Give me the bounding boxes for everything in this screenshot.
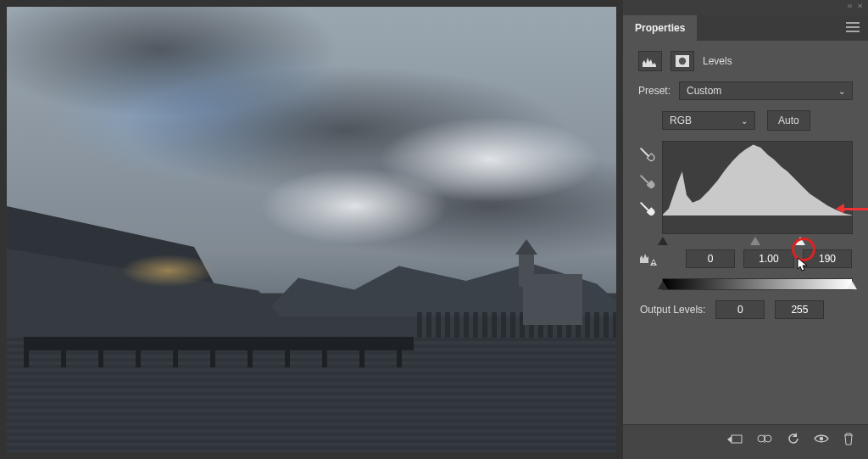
document-image [7,7,616,452]
eyedropper-tools [638,141,654,234]
properties-panel: Levels Preset: Custom ⌄ RGB ⌄ Auto [623,41,868,424]
clip-warning-icon[interactable] [638,251,657,266]
image-canvas [0,0,623,459]
input-levels-row [638,249,853,268]
output-label: Output Levels: [640,304,705,316]
resize-grip[interactable]: ······· [623,455,868,459]
highlight-slider[interactable] [795,237,805,245]
channel-row: RGB ⌄ Auto [662,110,853,131]
preset-dropdown[interactable]: Custom ⌄ [679,81,853,100]
properties-panel-container: « × Properties Levels Preset: Custom ⌄ [623,0,868,459]
eyedropper-gray[interactable] [635,170,656,191]
levels-histogram[interactable] [662,141,853,234]
auto-button[interactable]: Auto [767,110,810,131]
preset-value: Custom [687,85,721,97]
eyedropper-white[interactable] [635,197,656,218]
chevron-down-icon: ⌄ [838,87,845,96]
mask-icon[interactable] [670,51,694,71]
channel-value: RGB [670,115,692,126]
shadow-input[interactable] [686,249,735,268]
highlight-input[interactable] [803,249,852,268]
chevron-down-icon: ⌄ [741,116,748,126]
trash-icon[interactable] [843,433,854,448]
midtone-slider[interactable] [750,237,760,245]
svg-rect-3 [653,264,654,265]
panel-menu-icon[interactable] [846,22,860,35]
shadow-slider[interactable] [658,237,668,245]
svg-point-1 [679,58,686,64]
channel-dropdown[interactable]: RGB ⌄ [662,111,755,130]
svg-point-5 [758,435,765,442]
panel-tabbar: Properties [623,15,868,41]
histogram-area [638,141,853,234]
tab-label: Properties [635,22,685,34]
output-high-input[interactable] [775,300,824,319]
reset-icon[interactable] [787,433,800,447]
output-levels-row: Output Levels: [640,300,853,319]
eyedropper-black[interactable] [635,143,656,164]
levels-icon [638,51,662,71]
output-shadow-slider[interactable] [658,281,668,289]
midtone-input[interactable] [743,249,794,268]
adjustment-name: Levels [703,55,732,67]
svg-rect-2 [653,261,654,263]
preset-label: Preset: [638,85,670,97]
output-highlight-slider[interactable] [847,281,857,289]
svg-point-7 [820,437,823,440]
view-previous-icon[interactable] [756,433,773,447]
output-gradient[interactable] [662,278,853,290]
close-icon[interactable]: × [858,2,863,10]
tab-properties[interactable]: Properties [623,15,697,41]
output-low-input[interactable] [715,300,765,319]
preset-row: Preset: Custom ⌄ [638,81,853,100]
expand-icon[interactable]: « [847,2,852,10]
panel-footer [623,424,868,455]
svg-point-6 [765,435,771,442]
window-controls: « × [623,0,868,15]
auto-label: Auto [778,115,799,126]
clip-to-layer-icon[interactable] [727,433,743,447]
visibility-icon[interactable] [814,434,829,446]
input-level-fields [686,249,852,268]
adjustment-header: Levels [638,51,853,71]
svg-rect-4 [732,435,742,443]
